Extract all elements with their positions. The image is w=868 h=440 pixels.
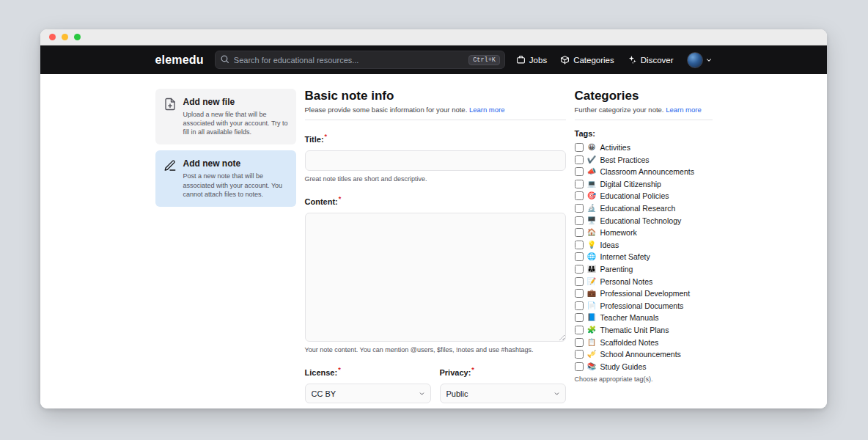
required-asterisk: * bbox=[471, 366, 474, 373]
tag-label: Teacher Manuals bbox=[600, 313, 659, 322]
form-divider bbox=[305, 120, 566, 120]
top-navbar: elemedu Ctrl+K bbox=[40, 45, 827, 74]
nav-item-jobs[interactable]: Jobs bbox=[516, 55, 547, 65]
card-description: Post a new note that will be associated … bbox=[183, 172, 289, 198]
tag-row[interactable]: 🎺 School Announcements bbox=[575, 350, 713, 359]
tag-checkbox[interactable] bbox=[575, 241, 584, 249]
license-select[interactable]: CC BY bbox=[305, 384, 431, 403]
user-menu[interactable] bbox=[687, 52, 713, 68]
tag-checkbox[interactable] bbox=[575, 265, 584, 274]
tag-row[interactable]: 🎯 Educational Policies bbox=[575, 191, 713, 200]
tag-checkbox[interactable] bbox=[575, 228, 584, 237]
required-asterisk: * bbox=[338, 366, 341, 373]
form-learn-more-link[interactable]: Learn more bbox=[469, 106, 505, 114]
tag-emoji-icon: 👪 bbox=[587, 265, 597, 273]
tag-row[interactable]: 🔬 Educational Research bbox=[575, 204, 713, 213]
nav-item-label: Categories bbox=[573, 56, 614, 65]
tag-row[interactable]: 🏠 Homework bbox=[575, 228, 713, 237]
tag-row[interactable]: 💻 Digital Citizenship bbox=[575, 180, 713, 188]
tag-checkbox[interactable] bbox=[575, 204, 584, 213]
tag-label: Best Practices bbox=[600, 155, 650, 164]
note-form: Basic note info Please provide some basi… bbox=[305, 89, 566, 408]
tag-checkbox[interactable] bbox=[575, 143, 584, 152]
content-textarea[interactable] bbox=[305, 213, 566, 342]
nav-item-discover[interactable]: Discover bbox=[628, 55, 674, 65]
tag-row[interactable]: 🧩 Thematic Unit Plans bbox=[575, 326, 713, 334]
tag-list: 😀 Activities ✔️ Best Practices 📣 Classro… bbox=[575, 143, 713, 371]
tag-row[interactable]: 📣 Classroom Announcements bbox=[575, 167, 713, 176]
tag-emoji-icon: 📋 bbox=[587, 339, 597, 346]
tag-emoji-icon: 🏠 bbox=[587, 229, 597, 236]
form-section-title: Basic note info bbox=[305, 89, 566, 103]
pencil-icon bbox=[163, 158, 177, 198]
license-field: License:* CC BY Choose a license bbox=[305, 365, 431, 408]
tag-row[interactable]: 👪 Parenting bbox=[575, 265, 713, 274]
window-controls bbox=[49, 34, 81, 40]
privacy-field: Privacy:* Public Choose who can a bbox=[440, 365, 566, 408]
tag-label: Ideas bbox=[600, 241, 619, 249]
file-plus-icon bbox=[163, 97, 177, 136]
categories-subtitle: Further categorize your note. Learn more bbox=[575, 106, 713, 114]
tag-row[interactable]: 📄 Professional Documents bbox=[575, 301, 713, 310]
nav-item-categories[interactable]: Categories bbox=[560, 55, 614, 65]
minimize-button[interactable] bbox=[62, 34, 68, 40]
nav-menu: Jobs Categories bbox=[516, 52, 713, 68]
tag-label: Digital Citizenship bbox=[600, 180, 661, 188]
tag-checkbox[interactable] bbox=[575, 350, 584, 359]
tag-row[interactable]: ✔️ Best Practices bbox=[575, 155, 713, 164]
tag-label: Professional Documents bbox=[600, 301, 684, 310]
tag-emoji-icon: 📘 bbox=[587, 314, 597, 321]
tag-checkbox[interactable] bbox=[575, 216, 584, 225]
search-bar[interactable]: Ctrl+K bbox=[215, 51, 505, 69]
tag-row[interactable]: 💼 Professional Development bbox=[575, 289, 713, 298]
tag-label: Internet Safety bbox=[600, 252, 650, 261]
license-label: License:* bbox=[305, 368, 341, 377]
sparkles-icon bbox=[628, 55, 637, 65]
search-input[interactable] bbox=[234, 56, 464, 65]
tag-row[interactable]: 📚 Study Guides bbox=[575, 362, 713, 371]
tag-emoji-icon: ✔️ bbox=[587, 156, 597, 164]
tag-checkbox[interactable] bbox=[575, 313, 584, 322]
add-note-card[interactable]: Add new note Post a new note that will b… bbox=[155, 150, 296, 206]
tag-checkbox[interactable] bbox=[575, 180, 584, 188]
title-help: Great note titles are short and descript… bbox=[305, 175, 566, 183]
tag-checkbox[interactable] bbox=[575, 277, 584, 286]
tag-label: Scaffolded Notes bbox=[600, 338, 659, 347]
tag-checkbox[interactable] bbox=[575, 326, 584, 334]
tag-row[interactable]: 😀 Activities bbox=[575, 143, 713, 152]
privacy-help: Choose who can access your file. bbox=[440, 408, 566, 408]
tag-row[interactable]: 📋 Scaffolded Notes bbox=[575, 338, 713, 347]
tag-checkbox[interactable] bbox=[575, 155, 584, 164]
tag-checkbox[interactable] bbox=[575, 191, 584, 200]
close-button[interactable] bbox=[49, 34, 56, 40]
required-asterisk: * bbox=[339, 195, 342, 202]
tag-checkbox[interactable] bbox=[575, 289, 584, 298]
tag-emoji-icon: 💡 bbox=[587, 241, 597, 249]
license-help: Choose a license for your content. bbox=[305, 408, 431, 408]
tag-checkbox[interactable] bbox=[575, 338, 584, 347]
tag-checkbox[interactable] bbox=[575, 362, 584, 371]
tags-help: Choose appropriate tag(s). bbox=[575, 375, 713, 383]
tag-row[interactable]: 🖥️ Educational Technology bbox=[575, 216, 713, 225]
tag-row[interactable]: 🌐 Internet Safety bbox=[575, 252, 713, 261]
tag-row[interactable]: 📝 Personal Notes bbox=[575, 277, 713, 286]
brand-logo[interactable]: elemedu bbox=[155, 54, 204, 67]
privacy-label: Privacy:* bbox=[440, 368, 474, 377]
categories-panel: Categories Further categorize your note.… bbox=[575, 89, 713, 408]
zoom-button[interactable] bbox=[74, 34, 81, 40]
tag-label: Educational Policies bbox=[600, 191, 669, 200]
title-input[interactable] bbox=[305, 150, 566, 171]
add-file-card[interactable]: Add new file Upload a new file that will… bbox=[155, 89, 296, 144]
nav-item-label: Jobs bbox=[529, 56, 547, 65]
tag-checkbox[interactable] bbox=[575, 301, 584, 310]
tag-row[interactable]: 📘 Teacher Manuals bbox=[575, 313, 713, 322]
window-titlebar bbox=[40, 29, 827, 45]
content-help: Your note content. You can mention @user… bbox=[305, 346, 566, 353]
tag-checkbox[interactable] bbox=[575, 252, 584, 261]
tag-label: Study Guides bbox=[600, 362, 647, 371]
privacy-select[interactable]: Public bbox=[440, 384, 566, 403]
avatar[interactable] bbox=[687, 52, 703, 68]
tag-row[interactable]: 💡 Ideas bbox=[575, 241, 713, 249]
categories-learn-more-link[interactable]: Learn more bbox=[666, 106, 702, 114]
tag-checkbox[interactable] bbox=[575, 167, 584, 176]
